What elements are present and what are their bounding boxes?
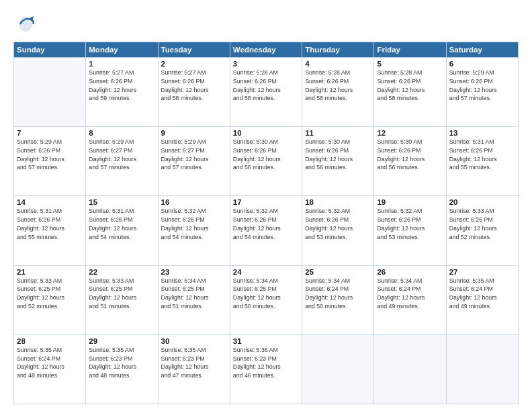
- day-number: 8: [89, 129, 154, 137]
- calendar-cell: 5Sunrise: 5:28 AM Sunset: 6:26 PM Daylig…: [374, 58, 446, 127]
- day-number: 23: [161, 268, 227, 276]
- calendar-cell: 21Sunrise: 5:33 AM Sunset: 6:25 PM Dayli…: [14, 265, 86, 334]
- day-number: 1: [89, 60, 154, 68]
- day-info: Sunrise: 5:30 AM Sunset: 6:26 PM Dayligh…: [233, 138, 299, 172]
- day-info: Sunrise: 5:28 AM Sunset: 6:26 PM Dayligh…: [305, 68, 371, 103]
- day-info: Sunrise: 5:29 AM Sunset: 6:27 PM Dayligh…: [89, 138, 154, 172]
- weekday-header-row: SundayMondayTuesdayWednesdayThursdayFrid…: [14, 42, 519, 58]
- day-info: Sunrise: 5:32 AM Sunset: 6:26 PM Dayligh…: [161, 207, 227, 241]
- day-info: Sunrise: 5:32 AM Sunset: 6:26 PM Dayligh…: [305, 207, 371, 241]
- weekday-header-sunday: Sunday: [14, 42, 86, 58]
- day-number: 30: [161, 337, 227, 345]
- calendar-cell: 15Sunrise: 5:31 AM Sunset: 6:26 PM Dayli…: [86, 196, 158, 265]
- weekday-header-tuesday: Tuesday: [158, 42, 230, 58]
- calendar-cell: 22Sunrise: 5:33 AM Sunset: 6:25 PM Dayli…: [86, 265, 158, 334]
- calendar-cell: 9Sunrise: 5:29 AM Sunset: 6:27 PM Daylig…: [158, 127, 230, 196]
- calendar-body: 1Sunrise: 5:27 AM Sunset: 6:26 PM Daylig…: [14, 58, 519, 404]
- day-info: Sunrise: 5:31 AM Sunset: 6:26 PM Dayligh…: [17, 207, 83, 241]
- calendar-cell: 4Sunrise: 5:28 AM Sunset: 6:26 PM Daylig…: [302, 58, 374, 127]
- calendar-cell: 25Sunrise: 5:34 AM Sunset: 6:24 PM Dayli…: [302, 265, 374, 334]
- day-info: Sunrise: 5:36 AM Sunset: 6:23 PM Dayligh…: [233, 346, 299, 380]
- calendar-cell: 3Sunrise: 5:28 AM Sunset: 6:26 PM Daylig…: [230, 58, 302, 127]
- day-number: 4: [305, 60, 371, 68]
- day-number: 31: [233, 337, 299, 345]
- calendar-cell: [302, 334, 374, 404]
- calendar-week-4: 21Sunrise: 5:33 AM Sunset: 6:25 PM Dayli…: [14, 265, 519, 334]
- calendar-cell: 2Sunrise: 5:27 AM Sunset: 6:26 PM Daylig…: [158, 58, 230, 127]
- calendar-cell: 20Sunrise: 5:33 AM Sunset: 6:26 PM Dayli…: [446, 196, 518, 265]
- day-number: 25: [305, 268, 371, 276]
- day-number: 5: [377, 60, 443, 68]
- calendar-cell: 10Sunrise: 5:30 AM Sunset: 6:26 PM Dayli…: [230, 127, 302, 196]
- day-number: 29: [89, 337, 154, 345]
- calendar-cell: 29Sunrise: 5:35 AM Sunset: 6:23 PM Dayli…: [86, 334, 158, 404]
- day-number: 13: [449, 129, 515, 137]
- calendar-cell: 18Sunrise: 5:32 AM Sunset: 6:26 PM Dayli…: [302, 196, 374, 265]
- header: [13, 12, 519, 36]
- calendar: SundayMondayTuesdayWednesdayThursdayFrid…: [13, 42, 519, 404]
- calendar-cell: 24Sunrise: 5:34 AM Sunset: 6:25 PM Dayli…: [230, 265, 302, 334]
- calendar-cell: 1Sunrise: 5:27 AM Sunset: 6:26 PM Daylig…: [86, 58, 158, 127]
- calendar-cell: 31Sunrise: 5:36 AM Sunset: 6:23 PM Dayli…: [230, 334, 302, 404]
- day-number: 6: [449, 60, 515, 68]
- calendar-cell: 6Sunrise: 5:29 AM Sunset: 6:26 PM Daylig…: [446, 58, 518, 127]
- weekday-header-wednesday: Wednesday: [230, 42, 302, 58]
- weekday-header-thursday: Thursday: [302, 42, 374, 58]
- day-number: 14: [17, 198, 83, 206]
- day-number: 9: [161, 129, 227, 137]
- day-info: Sunrise: 5:31 AM Sunset: 6:26 PM Dayligh…: [449, 138, 515, 172]
- calendar-cell: 8Sunrise: 5:29 AM Sunset: 6:27 PM Daylig…: [86, 127, 158, 196]
- day-info: Sunrise: 5:35 AM Sunset: 6:24 PM Dayligh…: [17, 346, 83, 380]
- day-info: Sunrise: 5:32 AM Sunset: 6:26 PM Dayligh…: [377, 207, 443, 241]
- day-info: Sunrise: 5:28 AM Sunset: 6:26 PM Dayligh…: [377, 68, 443, 103]
- day-info: Sunrise: 5:29 AM Sunset: 6:26 PM Dayligh…: [17, 138, 83, 172]
- day-info: Sunrise: 5:33 AM Sunset: 6:25 PM Dayligh…: [17, 277, 83, 311]
- page: SundayMondayTuesdayWednesdayThursdayFrid…: [0, 0, 532, 411]
- day-number: 17: [233, 198, 299, 206]
- calendar-cell: 30Sunrise: 5:35 AM Sunset: 6:23 PM Dayli…: [158, 334, 230, 404]
- day-info: Sunrise: 5:30 AM Sunset: 6:26 PM Dayligh…: [305, 138, 371, 172]
- day-info: Sunrise: 5:27 AM Sunset: 6:26 PM Dayligh…: [89, 68, 154, 103]
- logo: [13, 12, 40, 36]
- day-number: 28: [17, 337, 83, 345]
- day-number: 10: [233, 129, 299, 137]
- calendar-cell: 23Sunrise: 5:34 AM Sunset: 6:25 PM Dayli…: [158, 265, 230, 334]
- day-info: Sunrise: 5:35 AM Sunset: 6:24 PM Dayligh…: [449, 277, 515, 311]
- calendar-cell: 14Sunrise: 5:31 AM Sunset: 6:26 PM Dayli…: [14, 196, 86, 265]
- day-info: Sunrise: 5:27 AM Sunset: 6:26 PM Dayligh…: [161, 68, 227, 103]
- calendar-cell: [374, 334, 446, 404]
- weekday-header-saturday: Saturday: [446, 42, 518, 58]
- weekday-header-monday: Monday: [86, 42, 158, 58]
- day-number: 24: [233, 268, 299, 276]
- calendar-cell: 16Sunrise: 5:32 AM Sunset: 6:26 PM Dayli…: [158, 196, 230, 265]
- calendar-week-1: 1Sunrise: 5:27 AM Sunset: 6:26 PM Daylig…: [14, 58, 519, 127]
- day-info: Sunrise: 5:29 AM Sunset: 6:27 PM Dayligh…: [161, 138, 227, 172]
- day-number: 26: [377, 268, 443, 276]
- calendar-cell: 13Sunrise: 5:31 AM Sunset: 6:26 PM Dayli…: [446, 127, 518, 196]
- calendar-cell: 27Sunrise: 5:35 AM Sunset: 6:24 PM Dayli…: [446, 265, 518, 334]
- day-info: Sunrise: 5:33 AM Sunset: 6:26 PM Dayligh…: [449, 207, 515, 241]
- calendar-cell: 26Sunrise: 5:34 AM Sunset: 6:24 PM Dayli…: [374, 265, 446, 334]
- calendar-cell: 17Sunrise: 5:32 AM Sunset: 6:26 PM Dayli…: [230, 196, 302, 265]
- calendar-cell: 12Sunrise: 5:30 AM Sunset: 6:26 PM Dayli…: [374, 127, 446, 196]
- day-info: Sunrise: 5:34 AM Sunset: 6:24 PM Dayligh…: [377, 277, 443, 311]
- day-number: 27: [449, 268, 515, 276]
- day-info: Sunrise: 5:32 AM Sunset: 6:26 PM Dayligh…: [233, 207, 299, 241]
- day-info: Sunrise: 5:35 AM Sunset: 6:23 PM Dayligh…: [89, 346, 154, 380]
- day-info: Sunrise: 5:34 AM Sunset: 6:25 PM Dayligh…: [233, 277, 299, 311]
- day-info: Sunrise: 5:33 AM Sunset: 6:25 PM Dayligh…: [89, 277, 154, 311]
- day-number: 16: [161, 198, 227, 206]
- weekday-header-friday: Friday: [374, 42, 446, 58]
- day-info: Sunrise: 5:28 AM Sunset: 6:26 PM Dayligh…: [233, 68, 299, 103]
- calendar-week-5: 28Sunrise: 5:35 AM Sunset: 6:24 PM Dayli…: [14, 334, 519, 404]
- day-info: Sunrise: 5:34 AM Sunset: 6:25 PM Dayligh…: [161, 277, 227, 311]
- day-number: 11: [305, 129, 371, 137]
- calendar-cell: 11Sunrise: 5:30 AM Sunset: 6:26 PM Dayli…: [302, 127, 374, 196]
- calendar-cell: [446, 334, 518, 404]
- calendar-week-3: 14Sunrise: 5:31 AM Sunset: 6:26 PM Dayli…: [14, 196, 519, 265]
- day-number: 19: [377, 198, 443, 206]
- day-number: 12: [377, 129, 443, 137]
- day-info: Sunrise: 5:29 AM Sunset: 6:26 PM Dayligh…: [449, 68, 515, 103]
- day-number: 18: [305, 198, 371, 206]
- day-number: 3: [233, 60, 299, 68]
